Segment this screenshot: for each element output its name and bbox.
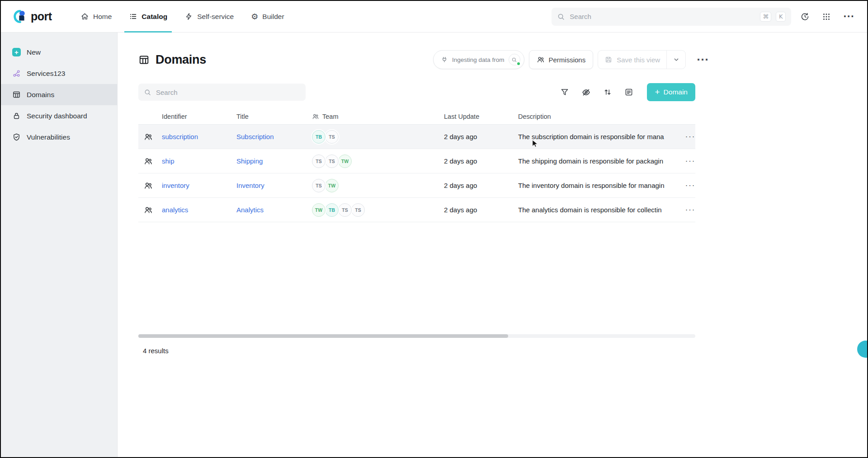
page-header: Domains Ingesting data from Permissions … — [138, 50, 709, 70]
row-menu-button[interactable]: ··· — [685, 132, 695, 141]
table-icon — [138, 54, 150, 65]
last-update-cell: 2 days ago — [444, 133, 518, 140]
sort-icon[interactable] — [603, 88, 612, 97]
table-search-input[interactable] — [156, 89, 300, 96]
title-link[interactable]: Inventory — [236, 182, 264, 189]
identifier-link[interactable]: analytics — [162, 206, 188, 214]
nav-catalog-label: Catalog — [142, 13, 167, 21]
sidebar-item-label: Domains — [27, 91, 54, 99]
global-search-input[interactable] — [570, 13, 755, 20]
port-logo[interactable]: port — [1, 9, 80, 24]
team-avatar[interactable]: TS — [338, 203, 352, 217]
column-title: Title — [236, 113, 312, 120]
team-avatar[interactable]: TS — [325, 130, 339, 144]
identifier-link[interactable]: subscription — [162, 133, 198, 140]
apps-grid-icon[interactable] — [822, 12, 831, 21]
search-icon — [557, 13, 565, 21]
permissions-label: Permissions — [549, 56, 586, 64]
logo-text: port — [31, 10, 52, 23]
domains-table: Identifier Title Team Last Update Descri… — [138, 108, 695, 222]
column-description: Description — [518, 113, 677, 120]
permissions-button[interactable]: Permissions — [529, 50, 594, 69]
network-icon — [12, 69, 21, 78]
nav-builder-label: Builder — [262, 13, 284, 21]
team-avatar[interactable]: TW — [325, 179, 339, 192]
top-icon-group: ··· — [800, 12, 854, 21]
ingest-source-badge — [509, 54, 520, 65]
team-avatar[interactable]: TB — [325, 203, 339, 217]
team-avatar[interactable]: TS — [312, 154, 326, 168]
plus-square-icon: + — [12, 48, 21, 56]
domain-group-icon — [144, 206, 153, 215]
identifier-link[interactable]: inventory — [162, 182, 189, 189]
sidebar-item-domains[interactable]: Domains — [1, 84, 117, 105]
search-icon — [144, 89, 151, 96]
row-menu-button[interactable]: ··· — [685, 181, 695, 190]
scrollbar-thumb[interactable] — [138, 334, 508, 338]
add-domain-button[interactable]: Domain — [647, 83, 695, 101]
group-by-icon[interactable] — [624, 88, 633, 97]
save-icon — [604, 56, 613, 64]
title-link[interactable]: Analytics — [236, 206, 264, 214]
team-avatar[interactable]: TW — [338, 154, 352, 168]
column-team: Team — [312, 113, 444, 120]
sidebar: + New Services123 Domains Security dashb… — [1, 33, 118, 457]
team-avatar[interactable]: TS — [312, 179, 326, 192]
team-avatars: TWTBTSTS — [312, 203, 444, 217]
table-row[interactable]: analytics Analytics TWTBTSTS 2 days ago … — [138, 198, 695, 222]
results-count: 4 results — [143, 347, 169, 355]
domain-group-icon — [144, 132, 153, 141]
horizontal-scrollbar[interactable] — [138, 334, 695, 338]
nav-builder[interactable]: ⚙ Builder — [251, 1, 284, 32]
table-search[interactable] — [138, 84, 306, 101]
gear-icon: ⚙ — [251, 13, 258, 21]
save-view-group: Save this view — [598, 50, 686, 69]
row-menu-button[interactable]: ··· — [685, 156, 695, 166]
sidebar-item-security-dashboard[interactable]: Security dashboard — [1, 105, 117, 126]
history-icon[interactable] — [800, 12, 810, 21]
global-search[interactable]: ⌘ K — [552, 8, 791, 26]
hide-columns-icon[interactable] — [581, 88, 591, 97]
filter-icon[interactable] — [560, 88, 569, 97]
table-row[interactable]: inventory Inventory TSTW 2 days ago The … — [138, 173, 695, 198]
page-more-icon[interactable]: ··· — [697, 55, 709, 65]
team-avatar[interactable]: TS — [325, 154, 339, 168]
nav-home-label: Home — [93, 13, 112, 21]
ingesting-data-button[interactable]: Ingesting data from — [433, 50, 524, 69]
sidebar-item-label: Services123 — [27, 70, 65, 78]
sidebar-item-new[interactable]: + New — [1, 42, 117, 63]
sidebar-item-vulnerabilities[interactable]: Vulnerabilities — [1, 126, 117, 148]
title-link[interactable]: Subscription — [236, 133, 274, 140]
table-row[interactable]: ship Shipping TSTSTW 2 days ago The ship… — [138, 149, 695, 173]
team-avatar[interactable]: TW — [312, 203, 326, 217]
team-avatar[interactable]: TS — [351, 203, 365, 217]
home-icon — [80, 12, 89, 21]
save-view-button[interactable]: Save this view — [598, 51, 666, 69]
more-icon[interactable]: ··· — [843, 12, 854, 21]
identifier-link[interactable]: ship — [162, 157, 175, 165]
lightning-icon — [184, 12, 193, 21]
cmd-key: ⌘ — [760, 12, 771, 22]
team-avatar[interactable]: TB — [312, 130, 326, 144]
table-row[interactable]: subscription Subscription TBTS 2 days ag… — [138, 125, 695, 149]
nav-self-service-label: Self-service — [197, 13, 234, 21]
title-link[interactable]: Shipping — [236, 157, 263, 165]
main-nav: Home Catalog Self-service ⚙ Builder — [80, 1, 284, 32]
description-cell: The subscription domain is responsible f… — [518, 133, 677, 140]
nav-self-service[interactable]: Self-service — [184, 1, 234, 32]
team-avatars: TSTW — [312, 179, 444, 192]
row-menu-button[interactable]: ··· — [685, 205, 695, 215]
sidebar-item-services123[interactable]: Services123 — [1, 63, 117, 84]
add-domain-label: Domain — [664, 88, 688, 96]
domain-group-icon — [144, 181, 153, 190]
source-icon — [511, 57, 517, 63]
save-view-dropdown-button[interactable] — [666, 51, 685, 69]
top-bar: port Home Catalog Self-service ⚙ Builder… — [1, 1, 867, 33]
nav-catalog[interactable]: Catalog — [129, 1, 167, 32]
catalog-icon — [129, 12, 137, 21]
table-toolbar: Domain — [138, 83, 695, 101]
table-icon — [12, 90, 21, 99]
nav-home[interactable]: Home — [80, 1, 112, 32]
description-cell: The inventory domain is responsible for … — [518, 182, 677, 189]
shield-icon — [12, 133, 21, 141]
